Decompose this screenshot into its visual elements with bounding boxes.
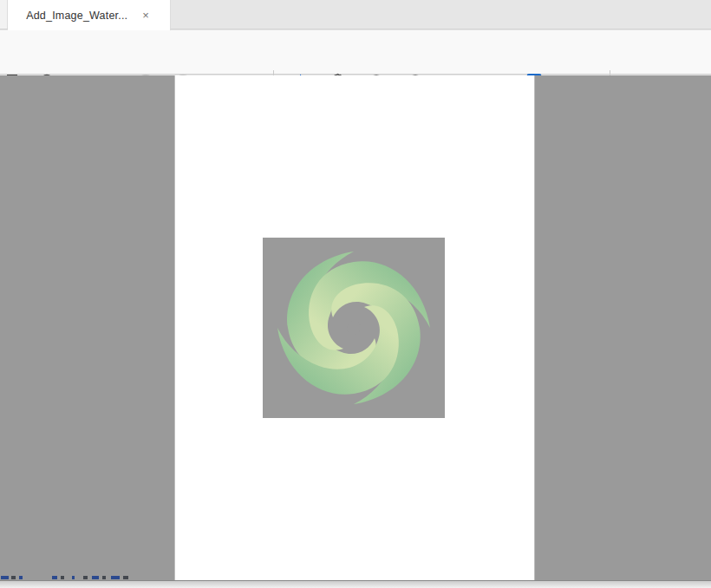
- watermark-swirl-image: [263, 238, 445, 418]
- pdf-viewer-window: Add_Image_Water... ×: [0, 0, 711, 588]
- clipped-status-text-fragment: [123, 576, 128, 579]
- clipped-status-text-fragment: [111, 576, 120, 579]
- clipped-status-text-fragment: [83, 576, 88, 579]
- tab-bar: Add_Image_Water... ×: [0, 0, 711, 29]
- tab-close-icon[interactable]: ×: [140, 8, 152, 23]
- clipped-status-text-fragment: [102, 576, 106, 579]
- clipped-status-text-fragment: [52, 576, 57, 579]
- clipped-status-text-fragment: [1, 576, 9, 579]
- document-tab[interactable]: Add_Image_Water... ×: [8, 0, 171, 30]
- toolbar: / 1: [0, 30, 711, 75]
- clipped-status-text-fragment: [11, 576, 16, 579]
- pdf-page: [175, 75, 534, 580]
- clipped-status-text-fragment: [19, 576, 23, 579]
- clipped-status-text-fragment: [92, 576, 99, 579]
- document-canvas[interactable]: [0, 75, 711, 580]
- bottom-toolbar-edge: [0, 580, 711, 588]
- clipped-status-text-fragment: [72, 576, 75, 579]
- tabbar-left-strip: [0, 0, 8, 29]
- clipped-status-text-fragment: [61, 576, 64, 579]
- document-tab-title: Add_Image_Water...: [26, 10, 127, 22]
